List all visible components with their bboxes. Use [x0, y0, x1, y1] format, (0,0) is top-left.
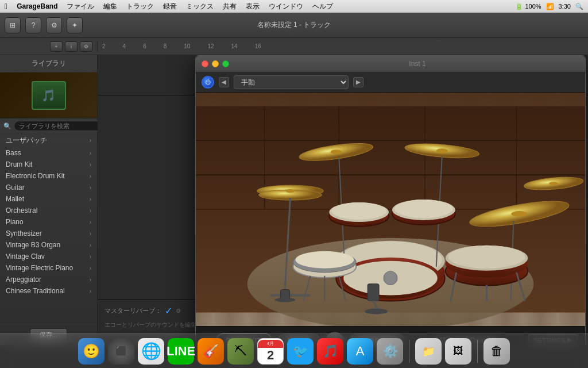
- track-gear-btn[interactable]: ⚙: [80, 41, 92, 52]
- track-info-btn[interactable]: i: [65, 41, 78, 52]
- sidebar-item-label: Synthesizer: [6, 229, 42, 237]
- svg-rect-51: [368, 284, 379, 301]
- sidebar-item-drumkit[interactable]: Drum Kit ›: [0, 159, 97, 170]
- dock: 🙂 ⬛ 🌐 LINE 🎸 ⛏ 4月 2 🐦 🎵 A ⚙️ 📁 🖼 🗑: [0, 334, 588, 368]
- search-icon[interactable]: 🔍: [575, 3, 583, 10]
- sidebar-item-label: Vintage Electric Piano: [6, 264, 73, 272]
- toolbar-btn-3[interactable]: ⚙: [46, 17, 62, 33]
- preset-next-btn[interactable]: ▶: [353, 77, 363, 87]
- master-reverb-label: マスターリバーブ：: [105, 306, 161, 315]
- dock-settings[interactable]: ⚙️: [377, 338, 403, 365]
- sidebar-item-arpeggiator[interactable]: Arpeggiator ›: [0, 274, 97, 285]
- toolbar-btn-2[interactable]: ?: [25, 17, 41, 33]
- sidebar-item-label: Bass: [6, 149, 21, 157]
- dock-files[interactable]: 📁: [415, 338, 442, 365]
- sidebar-item-label: Vintage B3 Organ: [6, 241, 60, 249]
- master-reverb-row: マスターリバーブ： ✓ ⚙: [105, 305, 181, 316]
- chevron-right-icon: ›: [90, 208, 91, 214]
- track-toolbar: + i ⚙: [50, 41, 92, 52]
- search-input[interactable]: [14, 121, 103, 131]
- chevron-right-icon: ›: [90, 196, 91, 202]
- sidebar-item-chinese-traditional[interactable]: Chinese Traditional ›: [0, 285, 97, 297]
- preset-prev-btn[interactable]: ◀: [219, 77, 229, 87]
- window-close-btn[interactable]: [202, 60, 208, 67]
- dock-appstore[interactable]: A: [347, 338, 373, 365]
- chevron-right-icon: ›: [90, 173, 91, 179]
- apple-menu[interactable]: : [5, 2, 7, 11]
- toolbar: ⊞ ? ⚙ ✦ 名称未設定 1 - トラック: [0, 13, 588, 38]
- svg-point-25: [436, 148, 448, 153]
- instrument-preview: 🎵: [0, 72, 97, 118]
- sidebar-item-label: Drum Kit: [6, 160, 33, 168]
- sidebar-item-label: Arpeggiator: [6, 275, 41, 283]
- svg-point-15: [384, 271, 397, 285]
- dock-chrome[interactable]: 🌐: [138, 338, 164, 365]
- sidebar-item-vintageelectricpiano[interactable]: Vintage Electric Piano ›: [0, 262, 97, 274]
- clock: 3:30: [559, 3, 571, 10]
- sidebar: ライブラリ 🎵 🔍 ユーザパッチ › Bass › Drum Kit: [0, 55, 98, 345]
- sidebar-item-guitar[interactable]: Guitar ›: [0, 182, 97, 193]
- instrument-icon: 🎵: [32, 81, 66, 110]
- dock-preview[interactable]: 🖼: [445, 338, 471, 365]
- ruler-8: 8: [164, 43, 167, 49]
- add-track-btn[interactable]: +: [50, 41, 63, 52]
- chevron-right-icon: ›: [90, 265, 91, 271]
- dock-trash[interactable]: 🗑: [483, 338, 510, 365]
- dock-line[interactable]: LINE: [168, 338, 194, 365]
- menu-view[interactable]: 表示: [246, 2, 260, 12]
- window-minimize-btn[interactable]: [212, 60, 219, 67]
- sidebar-item-vintageclav[interactable]: Vintage Clav ›: [0, 251, 97, 262]
- ruler-6: 6: [143, 43, 146, 49]
- dock-minecraft[interactable]: ⛏: [227, 338, 254, 365]
- app-name[interactable]: GarageBand: [17, 2, 57, 10]
- window-title: 名称未設定 1 - トラック: [257, 20, 331, 30]
- dock-launchpad[interactable]: ⬛: [108, 338, 134, 365]
- menu-share[interactable]: 共有: [223, 2, 237, 12]
- window-maximize-btn[interactable]: [222, 60, 229, 67]
- dock-twitter[interactable]: 🐦: [287, 338, 314, 365]
- sidebar-search-bar: 🔍: [0, 118, 97, 134]
- drum-visual: MTPOWERDrumKit 2: [196, 93, 585, 326]
- sidebar-item-label: ユーザパッチ: [6, 136, 47, 145]
- sidebar-item-label: Chinese Traditional: [6, 287, 65, 295]
- main-content: ライブラリ 🎵 🔍 ユーザパッチ › Bass › Drum Kit: [0, 55, 588, 345]
- sidebar-item-bass[interactable]: Bass ›: [0, 147, 97, 159]
- menu-help[interactable]: ヘルプ: [312, 2, 333, 12]
- sidebar-item-label: Orchestral: [6, 206, 37, 214]
- chevron-right-icon: ›: [90, 137, 91, 144]
- menu-window[interactable]: ウインドウ: [269, 2, 303, 12]
- menu-record[interactable]: 録音: [163, 2, 177, 12]
- sidebar-item-electronicdrumkit[interactable]: Electronic Drum Kit ›: [0, 170, 97, 182]
- preset-select[interactable]: 手動: [234, 75, 349, 89]
- power-button[interactable]: ⏻: [202, 76, 214, 89]
- svg-point-37: [394, 200, 453, 218]
- dock-calendar[interactable]: 4月 2: [257, 338, 284, 365]
- sidebar-item-piano[interactable]: Piano ›: [0, 216, 97, 228]
- menu-track[interactable]: トラック: [126, 2, 154, 12]
- master-reverb-checkbox[interactable]: ✓: [165, 305, 172, 316]
- svg-point-55: [275, 298, 296, 302]
- toolbar-btn-1[interactable]: ⊞: [5, 17, 21, 33]
- dock-music[interactable]: 🎵: [317, 338, 343, 365]
- ruler-12: 12: [207, 43, 214, 49]
- svg-point-47: [295, 251, 354, 269]
- sidebar-item-label: Mallet: [6, 195, 24, 203]
- sidebar-item-label: Piano: [6, 218, 24, 226]
- sidebar-item-orchestral[interactable]: Orchestral ›: [0, 205, 97, 216]
- chevron-right-icon: ›: [90, 185, 91, 191]
- sidebar-item-label: Guitar: [6, 183, 25, 191]
- menu-edit[interactable]: 編集: [103, 2, 117, 12]
- dock-separator-2: [477, 340, 478, 363]
- master-reverb-settings[interactable]: ⚙: [176, 308, 181, 314]
- menu-mix[interactable]: ミックス: [186, 2, 214, 12]
- sidebar-item-userpatches[interactable]: ユーザパッチ ›: [0, 134, 97, 147]
- dock-garageband[interactable]: 🎸: [198, 338, 224, 365]
- dock-finder[interactable]: 🙂: [78, 338, 105, 365]
- sidebar-item-vintageb3[interactable]: Vintage B3 Organ ›: [0, 239, 97, 251]
- sidebar-item-mallet[interactable]: Mallet ›: [0, 193, 97, 205]
- sidebar-item-synthesizer[interactable]: Synthesizer ›: [0, 228, 97, 239]
- menu-file[interactable]: ファイル: [67, 2, 94, 12]
- toolbar-btn-4[interactable]: ✦: [67, 17, 83, 33]
- menubar:  GarageBand ファイル 編集 トラック 録音 ミックス 共有 表示 …: [0, 0, 588, 13]
- svg-point-18: [286, 189, 295, 193]
